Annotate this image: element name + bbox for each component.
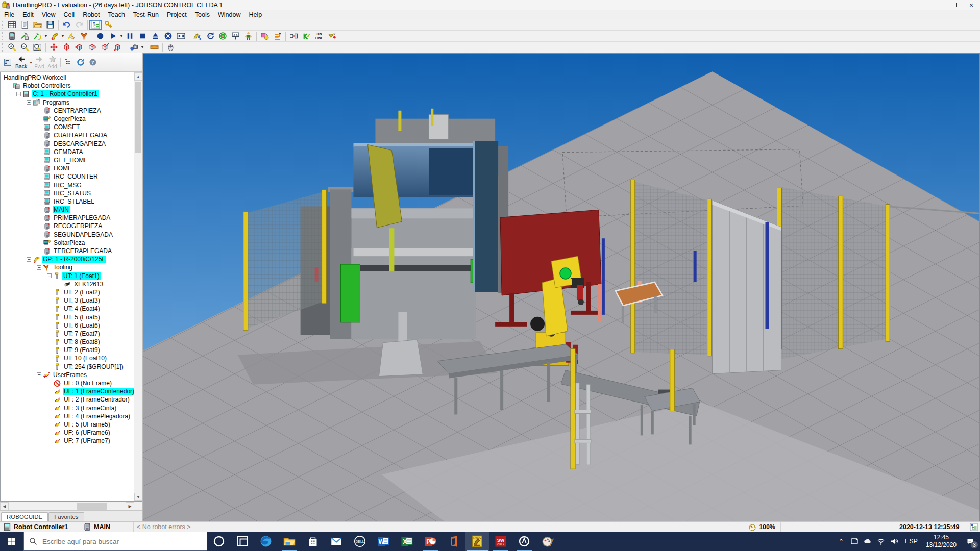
tree-item[interactable]: UF: 4 (FramePlegadora) — [2, 412, 142, 420]
save-cell-button[interactable] — [44, 20, 57, 30]
tree-item-label[interactable]: IRC_MSG — [53, 182, 83, 189]
hscroll-thumb[interactable] — [77, 503, 107, 510]
status-tree-toggle[interactable] — [970, 522, 980, 532]
gripper-button[interactable] — [78, 31, 90, 41]
tree-item-label[interactable]: UF: 6 (UFrame6) — [63, 429, 111, 436]
menu-testrun[interactable]: Test-Run — [129, 10, 163, 19]
panel-help-button[interactable]: ? — [87, 56, 99, 68]
tree-item-label[interactable]: UF: 5 (UFrame5) — [63, 421, 111, 428]
tree-expander[interactable]: − — [16, 92, 21, 96]
tree-expander[interactable]: − — [37, 265, 41, 270]
fault-reset-button[interactable] — [149, 31, 162, 41]
view-right-button[interactable] — [86, 42, 99, 53]
tree-item-label[interactable]: Programs — [42, 99, 70, 106]
tree-item[interactable]: CENTRARPIEZA — [2, 107, 142, 115]
edge-button[interactable] — [254, 532, 278, 551]
view-iso-button[interactable] — [111, 42, 124, 53]
back-button[interactable]: Back — [14, 54, 29, 71]
excel-button[interactable]: X — [395, 532, 419, 551]
tree-item-label[interactable]: UT: 1 (Eoat1) — [62, 272, 101, 280]
menu-file[interactable]: File — [0, 10, 18, 19]
tree-item-label[interactable]: UT: 7 (Eoat7) — [63, 330, 101, 337]
tree-item-label[interactable]: UT: 6 (Eoat6) — [63, 322, 101, 329]
tree-item-label[interactable]: UserFrames — [52, 371, 88, 379]
tree-item-label[interactable]: HandlingPRO Workcell — [3, 74, 67, 81]
cell-grid-button[interactable] — [6, 20, 18, 30]
forward-button[interactable]: Fwd — [33, 54, 46, 71]
wifi-icon[interactable] — [874, 532, 888, 551]
tree-item-label[interactable]: Robot Controllers — [22, 82, 71, 89]
tree-expander[interactable]: − — [27, 100, 31, 105]
robot-copy-button[interactable] — [191, 31, 204, 41]
run-panel-button[interactable] — [175, 31, 187, 41]
search-input[interactable] — [41, 537, 207, 546]
tree-item-label[interactable]: DESCARGAPIEZA — [53, 140, 107, 147]
tree-item[interactable]: UT: 10 (Eoat10) — [2, 354, 142, 362]
tree-item[interactable]: HOME — [2, 164, 142, 172]
record-button[interactable] — [94, 31, 107, 41]
menu-edit[interactable]: Edit — [18, 10, 38, 19]
tree-item[interactable]: XEK12613 — [2, 280, 142, 288]
tree-item-label[interactable]: UT: 9 (Eoat9) — [63, 346, 101, 354]
roboguide-button[interactable]: FANUC — [465, 532, 489, 551]
robot-jog-button-dropdown[interactable]: ▼ — [61, 34, 65, 38]
scroll-right-arrow[interactable]: ▶ — [126, 502, 134, 510]
tree-item-label[interactable]: CogerPieza — [53, 115, 87, 122]
tree-item[interactable]: PRIMERAPLEGADA — [2, 214, 142, 222]
zoom-out-button[interactable] — [18, 42, 31, 53]
tree-item-label[interactable]: UF: 4 (FramePlegadora) — [63, 413, 131, 420]
workcell-scene[interactable] — [143, 54, 979, 521]
signal-board-button[interactable] — [229, 31, 242, 41]
tree-item[interactable]: IRC_MSG — [2, 181, 142, 189]
tree-item-label[interactable]: UT: 5 (Eoat5) — [63, 314, 101, 321]
tree-item-label[interactable]: GET_HOME — [53, 157, 89, 164]
paint-button[interactable] — [536, 532, 559, 551]
tree-item-label[interactable]: CUARTAPLEGADA — [53, 132, 108, 139]
notification-center-button[interactable]: 3 — [961, 532, 980, 551]
tree-item-label[interactable]: MAIN — [53, 206, 70, 213]
tree-item-label[interactable]: SEGUNDAPLEGADA — [53, 231, 114, 238]
scroll-left-arrow[interactable]: ◀ — [0, 502, 9, 510]
menu-window[interactable]: Window — [214, 10, 244, 19]
language-indicator[interactable]: ESP — [901, 538, 922, 545]
tree-item-label[interactable]: UT: 8 (Eoat8) — [63, 338, 101, 345]
onedrive-icon[interactable] — [861, 532, 874, 551]
tree-item-label[interactable]: UT: 4 (Eoat4) — [63, 305, 101, 312]
teach-pendant-button[interactable] — [6, 31, 18, 41]
tree-item-label[interactable]: C: 1 - Robot Controller1 — [32, 90, 99, 97]
redo-button[interactable] — [73, 20, 86, 30]
tree-item-label[interactable]: UT: 3 (Eoat3) — [63, 297, 101, 304]
cell-browser-button[interactable] — [89, 20, 102, 30]
anydesk-button[interactable] — [512, 532, 536, 551]
cell-properties-button[interactable] — [18, 20, 31, 30]
center-view-button[interactable] — [47, 42, 60, 53]
jog-coord-button[interactable] — [18, 31, 31, 41]
open-cell-button[interactable] — [31, 20, 44, 30]
tree-horizontal-scrollbar[interactable]: ◀ ▶ — [0, 502, 142, 510]
tree-item[interactable]: GEMDATA — [2, 148, 142, 156]
menu-help[interactable]: Help — [244, 10, 266, 19]
tree-vertical-scrollbar[interactable]: ▲ ▼ — [134, 72, 142, 501]
kcl-button[interactable] — [300, 31, 313, 41]
view-left-button[interactable] — [73, 42, 86, 53]
volume-icon[interactable] — [888, 532, 901, 551]
zoom-in-button[interactable] — [6, 42, 18, 53]
tree-item[interactable]: UF: 0 (No Frame) — [2, 379, 142, 387]
help-key-button[interactable] — [102, 20, 115, 30]
zoom-window-button[interactable] — [31, 42, 44, 53]
tree-item[interactable]: TERCERAPLEGADA — [2, 247, 142, 255]
operator-button[interactable] — [242, 31, 255, 41]
back-dropdown[interactable]: ▼ — [29, 61, 33, 64]
menu-tools[interactable]: Tools — [191, 10, 214, 19]
taskbar-search[interactable] — [23, 532, 207, 551]
online-button[interactable]: ONLINE — [313, 31, 326, 41]
tree-item-label[interactable]: SoltarPieza — [53, 239, 86, 246]
tree-item[interactable]: −GP: 1 - R-2000iC/125L — [2, 255, 142, 263]
tree-item[interactable]: IRC_COUNTER — [2, 172, 142, 181]
tool-swap-button[interactable] — [326, 31, 338, 41]
tree-expander[interactable]: − — [37, 372, 41, 377]
run-button-dropdown[interactable]: ▼ — [119, 34, 124, 38]
jog-tool-button[interactable] — [31, 31, 44, 41]
tree-item-label[interactable]: PRIMERAPLEGADA — [53, 214, 111, 221]
minimize-button[interactable] — [928, 0, 945, 10]
